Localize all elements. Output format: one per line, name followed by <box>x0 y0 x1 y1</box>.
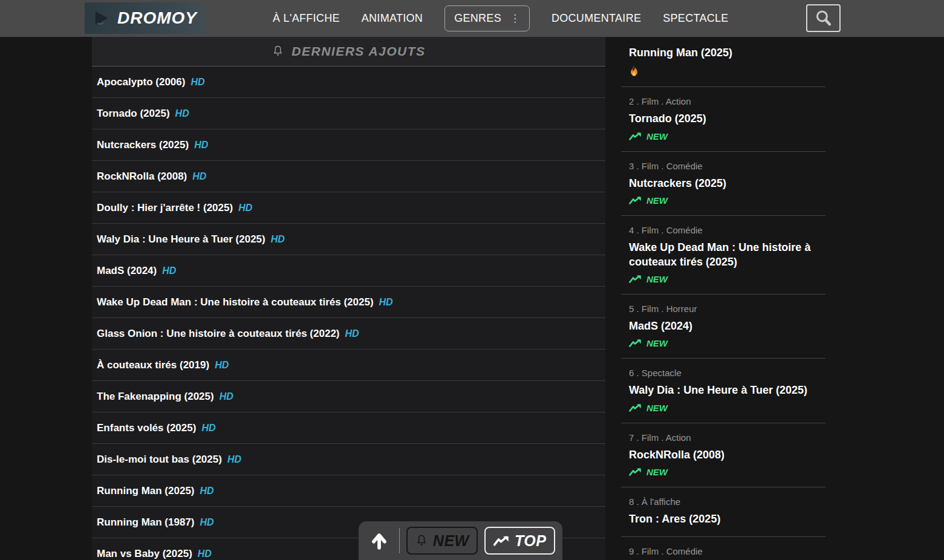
trending-item: 3 . Film . Comédie Nutcrackers (2025) NE… <box>621 152 825 216</box>
play-icon <box>93 10 110 27</box>
hd-quality-badge: HD <box>175 108 189 119</box>
hd-quality-badge: HD <box>198 549 212 559</box>
trending-item: Running Man (2025) <box>621 37 825 87</box>
movie-row: Nutcrackers (2025) HD <box>92 129 605 161</box>
movie-title-link[interactable]: MadS (2024) <box>97 265 157 277</box>
movie-title-link[interactable]: Doully : Hier j'arrête ! (2025) <box>97 202 233 214</box>
new-badge-label: NEW <box>646 131 668 142</box>
movie-title-link[interactable]: Wake Up Dead Man : Une histoire à coutea… <box>97 296 374 308</box>
movie-row: The Fakenapping (2025) HD <box>92 381 605 412</box>
new-badge-label: NEW <box>646 403 668 413</box>
trending-item-title-link[interactable]: Waly Dia : Une Heure à Tuer (2025) <box>629 383 825 397</box>
hd-quality-badge: HD <box>345 328 359 339</box>
movie-row: Doully : Hier j'arrête ! (2025) HD <box>92 192 605 224</box>
arrow-up-icon <box>369 530 389 551</box>
hd-quality-badge: HD <box>201 423 215 434</box>
trending-item: 4 . Film . Comédie Wake Up Dead Man : Un… <box>621 216 825 295</box>
trending-item-meta: 4 . Film . Comédie <box>629 225 825 235</box>
trending-item-meta: 6 . Spectacle <box>629 368 825 378</box>
kebab-menu-icon: ⋮ <box>510 13 520 24</box>
trending-item: 7 . Film . Action RockNRolla (2008) NEW <box>621 423 825 487</box>
movie-row: Wake Up Dead Man : Une histoire à coutea… <box>92 287 605 318</box>
trending-up-icon <box>629 196 642 205</box>
top-button[interactable]: TOP <box>484 527 556 555</box>
trending-up-icon <box>629 132 642 141</box>
top-navbar: DROMOY À L'AFFICHE ANIMATION GENRES ⋮ DO… <box>0 0 944 37</box>
trending-up-icon <box>629 339 642 348</box>
hd-quality-badge: HD <box>271 234 285 245</box>
bell-icon <box>272 44 284 59</box>
floating-toolbar: NEW TOP <box>359 521 562 560</box>
movie-title-link[interactable]: Running Man (1987) <box>97 516 195 529</box>
movie-title-link[interactable]: Man vs Baby (2025) <box>97 548 192 560</box>
movie-title-link[interactable]: Glass Onion : Une histoire à couteaux ti… <box>97 328 340 340</box>
fire-icon <box>629 65 639 77</box>
movie-title-link[interactable]: À couteaux tirés (2019) <box>97 359 209 371</box>
movie-title-link[interactable]: Tornado (2025) <box>97 108 170 120</box>
movie-row: Apocalypto (2006) HD <box>92 67 605 98</box>
trending-item-title-link[interactable]: Nutcrackers (2025) <box>629 177 825 190</box>
trending-up-icon <box>493 535 510 547</box>
movie-title-link[interactable]: Waly Dia : Une Heure à Tuer (2025) <box>97 233 265 246</box>
movie-row: Tornado (2025) HD <box>92 98 605 129</box>
hd-quality-badge: HD <box>200 517 214 528</box>
hd-quality-badge: HD <box>227 454 241 465</box>
movie-list: Apocalypto (2006) HD Tornado (2025) HD N… <box>92 67 605 560</box>
trending-item-title-link[interactable]: Wake Up Dead Man : Une histoire à coutea… <box>629 241 825 269</box>
trending-item-meta: 2 . Film . Action <box>629 96 825 106</box>
trending-item-title-link[interactable]: Tornado (2025) <box>629 112 825 126</box>
movie-title-link[interactable]: The Fakenapping (2025) <box>97 391 214 403</box>
hd-quality-badge: HD <box>215 360 229 371</box>
search-button[interactable] <box>806 4 841 32</box>
trending-item-title-link[interactable]: Tron : Ares (2025) <box>629 512 825 526</box>
trending-item: 6 . Spectacle Waly Dia : Une Heure à Tue… <box>621 359 825 423</box>
bell-icon <box>415 533 428 549</box>
trending-up-icon <box>629 403 642 412</box>
trending-item-meta: 7 . Film . Action <box>629 432 825 443</box>
new-badge-label: NEW <box>646 274 668 284</box>
scroll-to-top-button[interactable] <box>366 527 392 555</box>
trending-item-title-link[interactable]: Running Man (2025) <box>629 46 825 60</box>
movie-row: Enfants volés (2025) HD <box>92 412 605 444</box>
movie-row: Waly Dia : Une Heure à Tuer (2025) HD <box>92 224 605 255</box>
trending-item-title-link[interactable]: MadS (2024) <box>629 319 825 333</box>
new-badge-row: NEW <box>629 274 825 284</box>
hd-quality-badge: HD <box>238 203 252 213</box>
movie-title-link[interactable]: Running Man (2025) <box>97 485 195 497</box>
nav-links: À L'AFFICHE ANIMATION GENRES ⋮ DOCUMENTA… <box>273 0 729 37</box>
movie-title-link[interactable]: Dis-le-moi tout bas (2025) <box>97 454 222 466</box>
nav-item-spectacle[interactable]: SPECTACLE <box>663 12 728 25</box>
movie-title-link[interactable]: Apocalypto (2006) <box>97 76 185 88</box>
hd-quality-badge: HD <box>190 77 204 88</box>
trending-sidebar: Running Man (2025) 2 . Film . Action Tor… <box>621 37 825 560</box>
nav-item-animation[interactable]: ANIMATION <box>362 12 423 25</box>
nav-item-documentaire[interactable]: DOCUMENTAIRE <box>552 12 641 25</box>
movie-row: Dis-le-moi tout bas (2025) HD <box>92 444 605 475</box>
top-button-label: TOP <box>515 532 546 550</box>
nav-item-genres[interactable]: GENRES ⋮ <box>444 5 530 31</box>
new-badge-row: NEW <box>629 338 825 348</box>
trending-item: 8 . À l'affiche Tron : Ares (2025) <box>621 487 825 536</box>
movie-title-link[interactable]: RockNRolla (2008) <box>97 171 187 183</box>
trending-item-meta: 8 . À l'affiche <box>629 497 825 507</box>
movie-row: RockNRolla (2008) HD <box>92 161 605 192</box>
site-logo[interactable]: DROMOY <box>85 2 206 34</box>
new-button[interactable]: NEW <box>406 527 478 555</box>
trending-item-title-link[interactable]: RockNRolla (2008) <box>629 448 825 462</box>
movie-title-link[interactable]: Enfants volés (2025) <box>97 422 196 434</box>
new-badge-row: NEW <box>629 195 825 206</box>
trending-item-meta: 3 . Film . Comédie <box>629 161 825 171</box>
movie-row: À couteaux tirés (2019) HD <box>92 350 605 381</box>
trending-item: 2 . Film . Action Tornado (2025) NEW <box>621 87 825 151</box>
hd-quality-badge: HD <box>162 265 176 276</box>
hd-quality-badge: HD <box>379 297 393 308</box>
hd-quality-badge: HD <box>192 171 206 182</box>
toolbar-divider <box>399 528 400 553</box>
movie-title-link[interactable]: Nutcrackers (2025) <box>97 139 189 151</box>
movie-row: Glass Onion : Une histoire à couteaux ti… <box>92 318 605 350</box>
search-icon <box>813 8 834 28</box>
movie-row: Running Man (2025) HD <box>92 475 605 507</box>
trending-item-meta: 5 . Film . Horreur <box>629 304 825 314</box>
nav-item-a-laffiche[interactable]: À L'AFFICHE <box>273 12 340 25</box>
trending-item: 9 . Film . Comédie Man vs Baby (2025) <box>621 537 825 560</box>
